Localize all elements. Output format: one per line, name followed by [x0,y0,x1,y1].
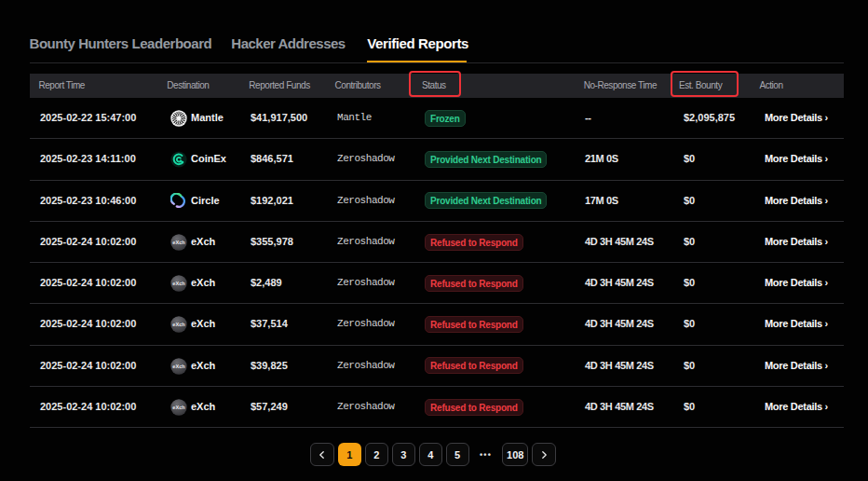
svg-text:eXch: eXch [172,281,185,286]
svg-text:eXch: eXch [172,364,185,369]
svg-text:eXch: eXch [172,405,185,410]
svg-text:eXch: eXch [172,322,185,327]
svg-text:eXch: eXch [172,240,185,245]
